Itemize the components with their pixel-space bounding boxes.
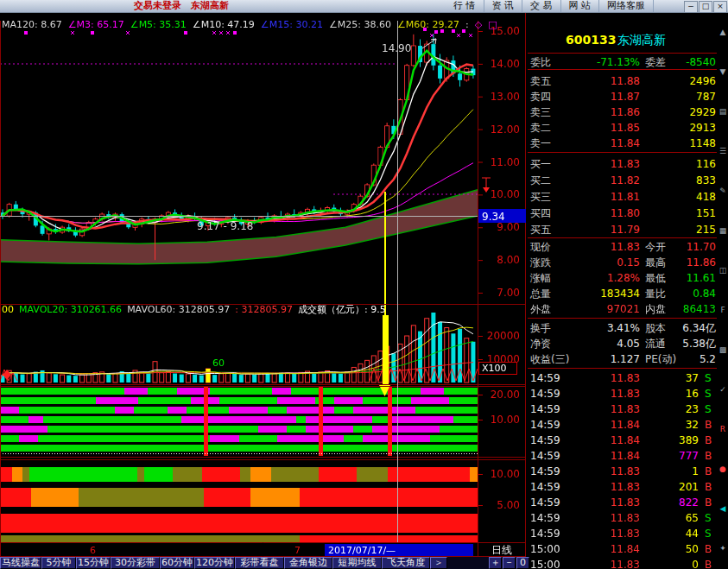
- toolbar-button-2[interactable]: 15分钟: [76, 557, 111, 569]
- buy-volume: 151: [640, 206, 716, 220]
- window-controls: −□×: [684, 1, 727, 13]
- edit-icon[interactable]: ✎: [718, 187, 728, 195]
- buy-level-row[interactable]: 买二11.82833: [528, 174, 718, 187]
- detail-value: 6.34亿: [664, 321, 716, 335]
- star-icon[interactable]: ✦: [718, 544, 728, 553]
- quote-detail-row: 总量183434量比0.84: [528, 287, 718, 300]
- detail-label: 股本: [645, 321, 666, 335]
- detail-value: 0.15: [554, 256, 640, 269]
- detail-label: 涨幅: [530, 271, 551, 285]
- sell-price: 11.87: [554, 90, 640, 104]
- toolbar-button-3[interactable]: 30分彩带: [111, 557, 160, 569]
- detail-label: 最高: [645, 256, 666, 269]
- tick-row: 14:5911.83201B: [528, 480, 718, 494]
- detail-value: 1.28%: [554, 271, 640, 285]
- tick-row: 14:5911.8344S: [528, 527, 718, 541]
- detail-value: 11.83: [554, 240, 640, 254]
- menu-item-0[interactable]: 行 情: [446, 0, 484, 12]
- toolbar-button-10[interactable]: ＞: [430, 557, 447, 569]
- sell-level-row[interactable]: 卖四11.87787: [528, 90, 718, 104]
- toolbar-button-4[interactable]: 60分钟: [160, 557, 194, 569]
- buy-level-row[interactable]: 买三11.81418: [528, 190, 718, 204]
- grid-icon[interactable]: ▦: [718, 226, 728, 235]
- period-daily-button[interactable]: 日线: [478, 544, 525, 556]
- buy-price: 11.83: [554, 157, 640, 171]
- toolbar-button-7[interactable]: 金角银边: [284, 557, 332, 569]
- sell-level-row[interactable]: 卖三11.862929: [528, 105, 718, 119]
- tick-volume: 201: [623, 480, 699, 494]
- right-icon-strip: ▲▼▤☰✎▦◫F▩✓R●◀✦: [718, 12, 728, 569]
- stock-chart-canvas[interactable]: [0, 12, 527, 557]
- divider: [528, 53, 717, 54]
- pattern-icon[interactable]: ▩: [718, 345, 728, 354]
- tick-volume: 44: [623, 527, 699, 541]
- tick-flag: B: [705, 542, 712, 556]
- scroll-down-icon[interactable]: ▼: [718, 67, 728, 76]
- buy-level-row[interactable]: 买四11.80151: [528, 206, 718, 220]
- tick-volume: 822: [623, 496, 699, 509]
- alert-dot-icon[interactable]: ●: [718, 465, 728, 473]
- title-menu-bar: 交易未登录 东湖高新 行 情资 讯交 易网 站网络客服 −□×: [0, 0, 728, 13]
- sell-level-label: 卖五: [530, 74, 551, 88]
- tick-flag: B: [705, 449, 712, 463]
- sell-level-row[interactable]: 卖二11.852913: [528, 121, 718, 135]
- buy-level-row[interactable]: 买五11.79215: [528, 223, 718, 237]
- toolbar-button-8[interactable]: 短期均线: [332, 557, 382, 569]
- sell-level-row[interactable]: 卖一11.841148: [528, 136, 718, 150]
- toolbar-button-6[interactable]: 彩带看盘: [235, 557, 284, 569]
- zoom-button-1[interactable]: －: [503, 557, 516, 569]
- tick-volume: 65: [623, 511, 699, 525]
- toolbar-button-5[interactable]: 120分钟: [194, 557, 235, 569]
- toolbar-button-9[interactable]: 飞天角度: [382, 557, 430, 569]
- quote-detail-row: 外盘97021内盘86413: [528, 302, 718, 316]
- tick-row: 14:5911.8337S: [528, 371, 718, 385]
- tick-volume: 50: [623, 542, 699, 556]
- menu-item-1[interactable]: 资 讯: [484, 0, 523, 12]
- scroll-up-icon[interactable]: ▲: [718, 28, 728, 36]
- list-icon[interactable]: ☰: [718, 147, 728, 155]
- quote-detail-row: 涨跌0.15最高11.86: [528, 256, 718, 269]
- sell-volume: 787: [640, 90, 716, 104]
- tick-flag: B: [705, 418, 712, 432]
- toolbar-button-0[interactable]: 马线操盘: [0, 557, 41, 569]
- diamond-marker-icon: ◇: [475, 19, 482, 30]
- collapse-panel-icon[interactable]: ◀: [718, 504, 728, 513]
- close-button[interactable]: ×: [713, 1, 727, 13]
- zoom-button-2[interactable]: 0: [516, 557, 529, 569]
- menu-item-4[interactable]: 网络客服: [599, 0, 654, 12]
- buy-price: 11.80: [554, 206, 640, 220]
- check-icon[interactable]: ✓: [718, 385, 728, 394]
- window-icon[interactable]: ◫: [718, 266, 728, 275]
- sell-level-row[interactable]: 卖五11.882496: [528, 74, 718, 88]
- tick-volume: 23: [623, 402, 699, 416]
- menu-item-3[interactable]: 网 站: [561, 0, 600, 12]
- divider: [528, 318, 717, 319]
- stock-header: 600133 东湖高新: [528, 33, 718, 48]
- toolbar-button-1[interactable]: 5分钟: [41, 557, 76, 569]
- detail-label: 量比: [645, 287, 666, 300]
- menu-item-2[interactable]: 交 易: [522, 0, 561, 12]
- zoom-button-0[interactable]: ＋: [489, 557, 502, 569]
- detail-value: 0.84: [664, 287, 716, 300]
- sell-volume: 2496: [640, 74, 716, 88]
- minimize-button[interactable]: −: [684, 1, 698, 13]
- detail-label: 流通: [645, 337, 666, 351]
- restore-button[interactable]: □: [699, 1, 712, 13]
- sell-price: 11.86: [554, 105, 640, 119]
- detail-label: 内盘: [645, 302, 666, 316]
- panel-icon[interactable]: ▤: [718, 107, 728, 116]
- sell-price: 11.84: [554, 136, 640, 150]
- tick-row: 14:5911.84389B: [528, 433, 718, 447]
- tick-volume: 777: [623, 449, 699, 463]
- weibi-value: -71.13%: [554, 55, 640, 69]
- f10-info-icon[interactable]: F: [718, 306, 728, 314]
- quote-detail-row: 涨幅1.28%最低11.61: [528, 271, 718, 285]
- sell-level-label: 卖四: [530, 90, 551, 104]
- tick-row: 15:0011.830B: [528, 558, 718, 569]
- buy-level-row[interactable]: 买一11.83116: [528, 157, 718, 171]
- divider: [528, 152, 717, 153]
- sell-price: 11.88: [554, 74, 640, 88]
- report-icon[interactable]: R: [718, 425, 728, 433]
- bottom-toolbar: 马线操盘5分钟15分钟30分彩带60分钟120分钟彩带看盘金角银边短期均线飞天角…: [0, 557, 527, 569]
- sell-level-label: 卖一: [530, 136, 551, 150]
